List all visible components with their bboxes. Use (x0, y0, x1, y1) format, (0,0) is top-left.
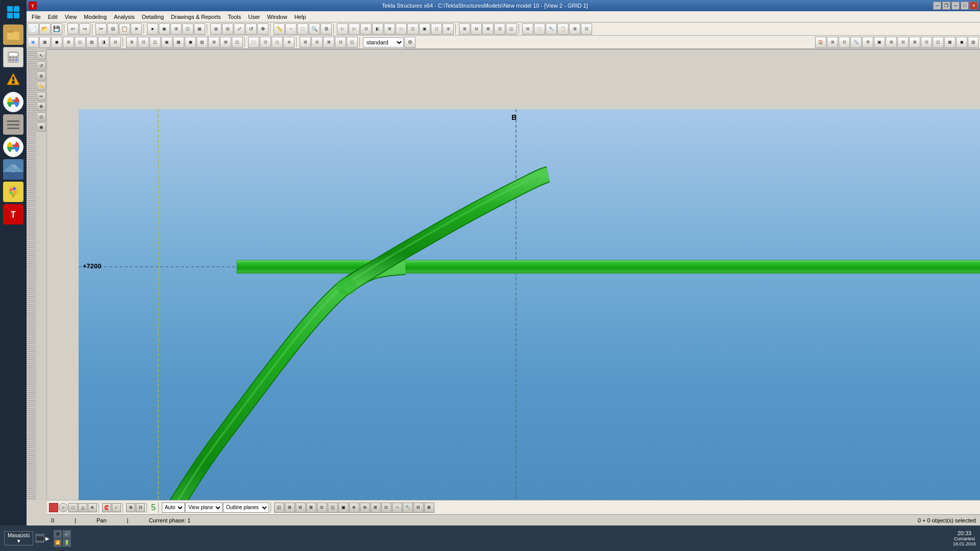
tb2-15[interactable]: ▧ (197, 37, 208, 48)
menu-detailing[interactable]: Detailing (139, 13, 167, 21)
tb-delete[interactable]: ✕ (131, 23, 142, 35)
tb-select-all[interactable]: ⬚ (297, 23, 308, 35)
tb2-19[interactable]: ⬚ (248, 37, 259, 48)
tb-right4[interactable]: 📋 (557, 23, 569, 35)
btb-c14[interactable]: ⊟ (413, 503, 424, 513)
tb-x1[interactable]: ▷ (337, 23, 348, 35)
tb-cut[interactable]: ✂ (95, 23, 107, 35)
tb-right2[interactable]: ⬚ (534, 23, 545, 35)
tb-right6[interactable]: ⊡ (581, 23, 592, 35)
tb-r14[interactable]: ▧ (968, 37, 979, 48)
tb-y1[interactable]: ⊞ (459, 23, 470, 35)
tb-b1[interactable]: ■ (147, 23, 158, 35)
tb-r5[interactable]: ⚙ (862, 37, 873, 48)
menu-user[interactable]: User (245, 13, 263, 21)
tb-x2[interactable]: ▷ (349, 23, 360, 35)
taskbar-masaustu[interactable]: Masaüstü ▼ (4, 531, 33, 545)
tools-icon[interactable] (3, 114, 23, 135)
calculator-icon[interactable] (3, 47, 23, 67)
tb-zoom-all[interactable]: ⤢ (234, 23, 245, 35)
inner-minimize-button[interactable]: ─ (933, 2, 941, 10)
zoom-tool[interactable]: ⊕ (37, 71, 46, 81)
select-tool[interactable]: ↖ (37, 51, 46, 60)
tb2-12[interactable]: ▣ (161, 37, 173, 48)
btb-c11[interactable]: ⊡ (381, 503, 391, 513)
taskbar-keyboard[interactable]: ⌨ (35, 534, 44, 543)
tb-r10[interactable]: ⊡ (921, 37, 932, 48)
paint-icon[interactable] (3, 182, 23, 202)
btb-c5[interactable]: ⊡ (317, 503, 327, 513)
tb2-21[interactable]: ◻ (272, 37, 283, 48)
maximize-button[interactable]: □ (961, 2, 969, 10)
tb-r4[interactable]: 🔍 (850, 37, 862, 48)
inner-restore-button[interactable]: ❐ (942, 2, 950, 10)
tb2-6[interactable]: ▧ (86, 37, 97, 48)
tb2-17[interactable]: ⊠ (220, 37, 231, 48)
folder-icon[interactable] (3, 24, 23, 45)
btb-b1[interactable]: ⊞ (126, 503, 135, 512)
tb-open[interactable]: 📂 (39, 23, 51, 35)
btb-check[interactable]: ✓ (112, 503, 121, 512)
tb-r3[interactable]: ⊡ (839, 37, 850, 48)
tb-right5[interactable]: ⊞ (569, 23, 580, 35)
tb2-18[interactable]: ◫ (232, 37, 243, 48)
btb-x[interactable]: ✕ (88, 503, 97, 512)
tb2-1[interactable]: ▣ (28, 37, 39, 48)
btb-square[interactable]: □ (68, 503, 78, 512)
tb2-22[interactable]: ⊛ (283, 37, 295, 48)
btb-c3[interactable]: ⊟ (296, 503, 306, 513)
tb-undo[interactable]: ↩ (67, 23, 79, 35)
btb-red[interactable] (49, 503, 58, 512)
btb-b2[interactable]: ⊡ (136, 503, 145, 512)
btb-magnet[interactable]: 🧲 (102, 503, 111, 512)
rotate-tool[interactable]: ↺ (37, 61, 46, 70)
tb-r9[interactable]: ⊠ (909, 37, 920, 48)
btb-c2[interactable]: ⊞ (285, 503, 295, 513)
tb2-2[interactable]: ▦ (39, 37, 51, 48)
tb-x6[interactable]: □ (396, 23, 407, 35)
tb2-8[interactable]: ⊟ (110, 37, 121, 48)
tb2-27[interactable]: ◫ (347, 37, 358, 48)
minimize-button[interactable]: ─ (951, 2, 960, 10)
tb-r13[interactable]: ◼ (956, 37, 967, 48)
snap-tool[interactable]: ◎ (37, 112, 46, 121)
menu-analysis[interactable]: Analysis (111, 13, 138, 21)
tb2-14[interactable]: ◼ (185, 37, 196, 48)
tb-copy[interactable]: ⧉ (107, 23, 118, 35)
tb-b4[interactable]: ◫ (182, 23, 193, 35)
tb-zoom-in[interactable]: ⊕ (210, 23, 222, 35)
tb2-7[interactable]: ◨ (98, 37, 109, 48)
tb-r2[interactable]: ⊞ (827, 37, 838, 48)
outline-select[interactable]: Outline planes (223, 503, 269, 513)
tb-r11[interactable]: ◫ (933, 37, 944, 48)
tb-y3[interactable]: ⊠ (482, 23, 494, 35)
tb2-16[interactable]: ⊞ (208, 37, 219, 48)
btb-c10[interactable]: ⊞ (371, 503, 381, 513)
tb-x4[interactable]: ◧ (372, 23, 383, 35)
tb-y4[interactable]: ⊡ (494, 23, 505, 35)
btb-c7[interactable]: ▣ (338, 503, 349, 513)
tb2-24[interactable]: ⊟ (311, 37, 323, 48)
tb-rotate[interactable]: ↺ (246, 23, 257, 35)
btb-c12[interactable]: ↔ (392, 503, 402, 513)
taskbar-battery-icon[interactable]: 🔋 (63, 539, 71, 547)
btb-5[interactable]: 5 (150, 503, 157, 512)
tb-measure[interactable]: 📏 (274, 23, 285, 35)
tb2-26[interactable]: ⊡ (335, 37, 346, 48)
chrome-icon[interactable] (3, 92, 23, 112)
tb-right1[interactable]: ⧉ (522, 23, 533, 35)
taskbar-speaker-icon[interactable]: 🔊 (63, 530, 71, 538)
tb-paste[interactable]: 📋 (119, 23, 130, 35)
tb-x9[interactable]: ◻ (431, 23, 442, 35)
tb-redo[interactable]: ↪ (79, 23, 90, 35)
tb-new[interactable]: 📄 (28, 23, 39, 35)
menu-edit[interactable]: Edit (45, 13, 61, 21)
menu-help[interactable]: Help (291, 13, 309, 21)
taskbar-arrow[interactable]: ▶ (45, 536, 50, 541)
tb-b2[interactable]: ▣ (159, 23, 170, 35)
draw-tool[interactable]: ✏ (37, 92, 46, 101)
taskbar-windows-icon[interactable]: ⊞ (54, 530, 62, 538)
measure-tool[interactable]: 📏 (37, 82, 46, 91)
windows-start-button[interactable] (3, 2, 23, 22)
tb2-11[interactable]: ◫ (150, 37, 161, 48)
